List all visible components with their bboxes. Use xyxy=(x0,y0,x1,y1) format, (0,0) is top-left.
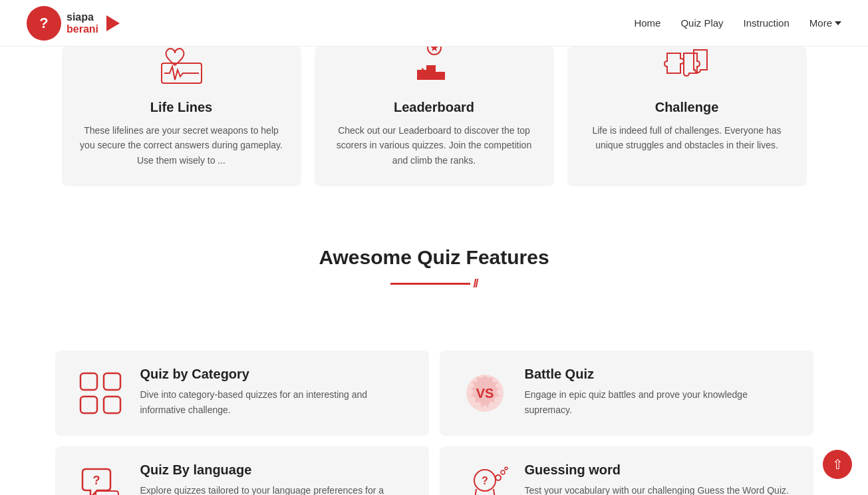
battle-quiz-icon: VS xyxy=(458,367,511,420)
svg-point-18 xyxy=(496,475,501,480)
awesome-section: Awesome Quiz Features // xyxy=(0,213,868,351)
svg-rect-8 xyxy=(80,373,97,390)
leaderboard-title: Leaderboard xyxy=(331,100,538,115)
guessing-word-content: Guessing word Test your vocabulary with … xyxy=(525,462,789,495)
challenge-icon xyxy=(583,40,791,93)
svg-rect-10 xyxy=(80,397,97,413)
quiz-by-category-title: Quiz by Category xyxy=(140,367,410,382)
logo-icon xyxy=(27,6,61,41)
life-lines-title: Life Lines xyxy=(78,100,285,115)
guessing-word-card: ? Guessing word Test your vocabulary wit… xyxy=(440,446,813,495)
life-lines-desc: These lifelines are your secret weapons … xyxy=(78,123,285,168)
divider-line-left xyxy=(390,283,470,285)
challenge-desc: Life is indeed full of challenges. Every… xyxy=(583,123,791,153)
guessing-word-title: Guessing word xyxy=(525,462,789,478)
quiz-by-language-title: Quiz By language xyxy=(140,462,410,478)
svg-point-19 xyxy=(501,470,505,474)
svg-text:?: ? xyxy=(92,474,100,487)
svg-text:VS: VS xyxy=(476,386,494,401)
guessing-word-desc: Test your vocabulary with our challengin… xyxy=(525,483,789,495)
navbar: siapa berani Home Quiz Play Instruction … xyxy=(0,0,868,47)
nav-item-more[interactable]: More xyxy=(809,17,841,29)
quiz-by-category-desc: Dive into category-based quizzes for an … xyxy=(140,387,410,417)
battle-quiz-card: VS Battle Quiz Engage in epic quiz battl… xyxy=(440,351,813,436)
quiz-by-category-content: Quiz by Category Dive into category-base… xyxy=(140,367,410,417)
quiz-by-category-card: Quiz by Category Dive into category-base… xyxy=(55,351,429,436)
leaderboard-icon xyxy=(331,40,538,93)
features-grid: Quiz by Category Dive into category-base… xyxy=(29,351,840,495)
scroll-to-top-button[interactable]: ⇧ xyxy=(823,450,852,479)
nav-item-instruction[interactable]: Instruction xyxy=(744,17,790,29)
leaderboard-card: Leaderboard Check out our Leaderboard to… xyxy=(315,47,554,186)
life-lines-card: Life Lines These lifelines are your secr… xyxy=(62,47,301,186)
nav-links: Home Quiz Play Instruction More xyxy=(634,17,841,29)
svg-rect-4 xyxy=(417,70,426,80)
guessing-word-icon: ? xyxy=(458,462,511,495)
svg-point-20 xyxy=(505,467,507,470)
awesome-divider: // xyxy=(27,277,841,291)
nav-item-home[interactable]: Home xyxy=(634,17,660,29)
logo-arrow-icon xyxy=(106,15,120,31)
battle-quiz-content: Battle Quiz Engage in epic quiz battles … xyxy=(525,367,795,417)
quiz-by-language-content: Quiz By language Explore quizzes tailore… xyxy=(140,462,410,495)
svg-rect-11 xyxy=(104,397,120,413)
chevron-down-icon xyxy=(835,21,841,25)
nav-item-quiz-play[interactable]: Quiz Play xyxy=(680,17,723,29)
awesome-title: Awesome Quiz Features xyxy=(27,246,841,269)
quiz-by-language-desc: Explore quizzes tailored to your languag… xyxy=(140,483,410,495)
battle-quiz-desc: Engage in epic quiz battles and prove yo… xyxy=(525,387,795,417)
svg-text:?: ? xyxy=(482,475,488,486)
divider-slash-icon: // xyxy=(473,277,477,291)
quiz-by-language-card: ? ? Quiz By language Explore quizzes tai… xyxy=(55,446,429,495)
quiz-by-language-icon: ? ? xyxy=(74,462,127,495)
leaderboard-desc: Check out our Leaderboard to discover th… xyxy=(331,123,538,168)
life-lines-icon xyxy=(78,40,285,93)
logo-text: siapa berani xyxy=(67,11,98,35)
challenge-card: Challenge Life is indeed full of challen… xyxy=(567,47,807,186)
battle-quiz-title: Battle Quiz xyxy=(525,367,795,382)
top-cards-section: Life Lines These lifelines are your secr… xyxy=(0,47,868,213)
logo[interactable]: siapa berani xyxy=(27,6,120,41)
svg-rect-9 xyxy=(104,373,120,390)
svg-rect-3 xyxy=(426,65,436,80)
challenge-title: Challenge xyxy=(583,100,791,115)
quiz-by-category-icon xyxy=(74,367,127,420)
